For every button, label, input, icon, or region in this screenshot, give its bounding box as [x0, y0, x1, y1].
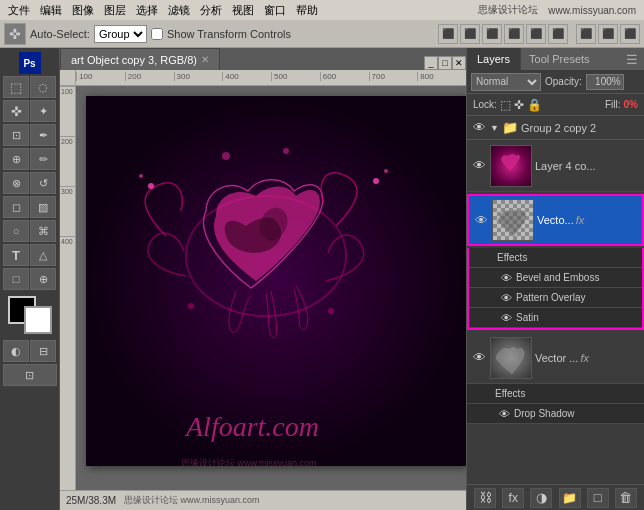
menu-analysis[interactable]: 分析	[196, 3, 226, 18]
document-tab-bar: art Object copy 3, RGB/8) ✕ _ □ ✕	[60, 48, 466, 70]
align-center-icon[interactable]: ⬛	[460, 24, 480, 44]
autoselect-select[interactable]: Group	[94, 25, 147, 43]
add-adjustment-btn[interactable]: ◑	[530, 488, 552, 508]
transform-checkbox[interactable]	[151, 28, 163, 40]
eyedropper-tool[interactable]: ✒	[30, 124, 56, 146]
align-right-icon[interactable]: ⬛	[482, 24, 502, 44]
lock-position-icon[interactable]: ✜	[514, 98, 524, 112]
brush-tool[interactable]: ✏	[30, 148, 56, 170]
heal-tool[interactable]: ⊕	[3, 148, 29, 170]
blend-mode-select[interactable]: Normal	[471, 73, 541, 91]
crop-tool[interactable]: ⊡	[3, 124, 29, 146]
zoom-tool[interactable]: ⊕	[30, 268, 56, 290]
titlebar-maximize[interactable]: □	[438, 56, 452, 70]
move-tool[interactable]: ✜	[3, 100, 29, 122]
layer4-info: Layer 4 co...	[535, 160, 640, 172]
satin-eye-icon[interactable]: 👁	[501, 312, 512, 324]
effects-header-row: Effects	[469, 248, 642, 268]
layer4-eye-icon[interactable]: 👁	[471, 158, 487, 174]
menu-filter[interactable]: 滤镜	[164, 3, 194, 18]
vecto-eye-icon[interactable]: 👁	[473, 212, 489, 228]
document-tab[interactable]: art Object copy 3, RGB/8) ✕	[60, 48, 220, 70]
svg-point-3	[139, 174, 143, 178]
eraser-tool[interactable]: ◻	[3, 196, 29, 218]
lock-pixel-icon[interactable]: ⬚	[500, 98, 511, 112]
gradient-tool[interactable]: ▨	[30, 196, 56, 218]
autoselect-label: Auto-Select:	[30, 28, 90, 40]
layer-item-layer4[interactable]: 👁 Layer 4 co...	[467, 140, 644, 192]
panel-menu-icon[interactable]: ☰	[620, 52, 644, 67]
menu-window[interactable]: 窗口	[260, 3, 290, 18]
marquee-tool[interactable]: ⬚	[3, 76, 29, 98]
history-tool[interactable]: ↺	[30, 172, 56, 194]
menu-edit[interactable]: 编辑	[36, 3, 66, 18]
layers-panel: Layers Tool Presets ☰ Normal Opacity: Lo…	[466, 48, 644, 510]
bevel-eye-icon[interactable]: 👁	[501, 272, 512, 284]
menu-file[interactable]: 文件	[4, 3, 34, 18]
close-doc-icon[interactable]: ✕	[201, 54, 209, 65]
effect-satin[interactable]: 👁 Satin	[469, 308, 642, 328]
titlebar-close[interactable]: ✕	[452, 56, 466, 70]
path-tool[interactable]: △	[30, 244, 56, 266]
effect-drop-shadow[interactable]: 👁 Drop Shadow	[467, 404, 644, 424]
magic-wand-tool[interactable]: ✦	[30, 100, 56, 122]
dropshadow-eye-icon[interactable]: 👁	[499, 408, 510, 420]
add-layer-btn[interactable]: □	[587, 488, 609, 508]
bevel-label: Bevel and Emboss	[516, 272, 599, 283]
dist2-icon[interactable]: ⬛	[598, 24, 618, 44]
tab-tool-presets[interactable]: Tool Presets	[521, 48, 598, 70]
effect-bevel[interactable]: 👁 Bevel and Emboss	[469, 268, 642, 288]
svg-text:思缘设计论坛  www.missyuan.com: 思缘设计论坛 www.missyuan.com	[180, 458, 317, 466]
effect-pattern[interactable]: 👁 Pattern Overlay	[469, 288, 642, 308]
bottom-effects-label: Effects	[495, 388, 525, 399]
menu-layer[interactable]: 图层	[100, 3, 130, 18]
align-bottom-icon[interactable]: ⬛	[548, 24, 568, 44]
opacity-input[interactable]	[586, 74, 624, 90]
vector-bottom-eye-icon[interactable]: 👁	[471, 350, 487, 366]
lock-label: Lock:	[473, 99, 497, 110]
link-layers-btn[interactable]: ⛓	[474, 488, 496, 508]
pattern-eye-icon[interactable]: 👁	[501, 292, 512, 304]
vecto-thumbnail	[492, 199, 534, 241]
quick-mask-tool[interactable]: ◐	[3, 340, 29, 362]
vector-bottom-thumbnail	[490, 337, 532, 379]
group-eye-icon[interactable]: 👁	[471, 120, 487, 136]
dist3-icon[interactable]: ⬛	[620, 24, 640, 44]
delete-layer-btn[interactable]: 🗑	[615, 488, 637, 508]
pen-tool[interactable]: ⌘	[30, 220, 56, 242]
screen-view-btn[interactable]: ⊡	[3, 364, 57, 386]
screen-mode-tool[interactable]: ⊟	[30, 340, 56, 362]
type-tool[interactable]: T	[3, 244, 29, 266]
dodge-tool[interactable]: ○	[3, 220, 29, 242]
svg-point-7	[283, 148, 289, 154]
move-tool-icon[interactable]: ✜	[4, 23, 26, 45]
menu-help[interactable]: 帮助	[292, 3, 322, 18]
align-left-icon[interactable]: ⬛	[438, 24, 458, 44]
vecto-name: Vecto...	[537, 214, 574, 226]
add-fx-btn[interactable]: fx	[502, 488, 524, 508]
add-folder-btn[interactable]: 📁	[559, 488, 581, 508]
site-credit: 思缘设计论坛 www.missyuan.com	[124, 494, 260, 507]
align-top-icon[interactable]: ⬛	[504, 24, 524, 44]
menu-image[interactable]: 图像	[68, 3, 98, 18]
effects-label: Effects	[497, 252, 527, 263]
menu-select[interactable]: 选择	[132, 3, 162, 18]
layer-group-header[interactable]: 👁 ▼ 📁 Group 2 copy 2	[467, 116, 644, 140]
shape-tool[interactable]: □	[3, 268, 29, 290]
svg-point-5	[384, 169, 388, 173]
vector-bottom-name: Vector ...	[535, 352, 578, 364]
background-color[interactable]	[24, 306, 52, 334]
stamp-tool[interactable]: ⊗	[3, 172, 29, 194]
menu-view[interactable]: 视图	[228, 3, 258, 18]
align-middle-icon[interactable]: ⬛	[526, 24, 546, 44]
canvas-viewport[interactable]: Alfoart.com 思缘设计论坛 www.missyuan.com	[76, 86, 466, 490]
lock-all-icon[interactable]: 🔒	[527, 98, 542, 112]
layer-item-vecto[interactable]: 👁 Vecto... fx	[467, 194, 644, 246]
group-triangle-icon[interactable]: ▼	[490, 123, 499, 133]
layer-item-vector-bottom[interactable]: 👁 Vector ... fx	[467, 332, 644, 384]
svg-text:Alfoart.com: Alfoart.com	[184, 411, 319, 442]
titlebar-minimize[interactable]: _	[424, 56, 438, 70]
lasso-tool[interactable]: ◌	[30, 76, 56, 98]
dist1-icon[interactable]: ⬛	[576, 24, 596, 44]
tab-layers[interactable]: Layers	[467, 48, 521, 70]
